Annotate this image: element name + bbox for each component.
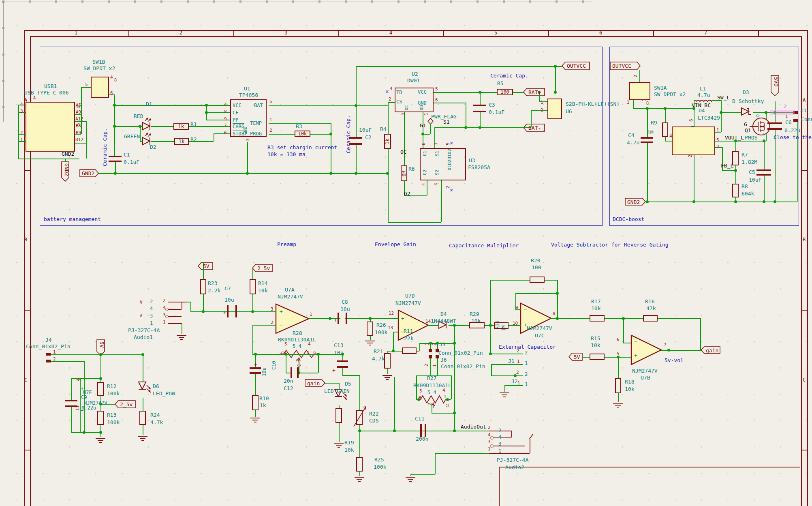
wire[interactable] (715, 141, 766, 142)
label-text[interactable]: R20 (531, 258, 540, 263)
ldr-R22[interactable] (356, 410, 363, 425)
label-text[interactable]: 1 (488, 447, 491, 451)
label-text[interactable]: R14 (258, 281, 267, 286)
label-text[interactable]: 10uF (359, 127, 372, 133)
wire[interactable] (633, 100, 634, 108)
wire[interactable] (359, 472, 360, 476)
resistor-R21[interactable] (384, 353, 391, 369)
label-text[interactable]: R23 (208, 281, 217, 286)
resistor-R17[interactable] (590, 315, 605, 322)
wire[interactable] (618, 393, 619, 402)
label-text[interactable]: 3 (20, 109, 23, 114)
wire[interactable] (437, 358, 438, 375)
label-text[interactable]: G1 (420, 123, 426, 128)
wire[interactable] (393, 332, 394, 351)
wire[interactable] (694, 155, 694, 202)
label-text[interactable]: 3 (163, 313, 166, 317)
wire[interactable] (49, 354, 143, 355)
label-text[interactable]: B9 (76, 131, 81, 135)
wire[interactable] (722, 170, 735, 171)
label-text[interactable]: 3 (401, 113, 406, 116)
label-text[interactable]: C3 (489, 102, 495, 107)
label-text[interactable]: 4 (488, 433, 491, 437)
wire[interactable] (71, 432, 100, 433)
label-text[interactable]: 4 (150, 306, 153, 311)
wire[interactable] (86, 121, 87, 159)
wire[interactable] (441, 180, 442, 222)
label-text[interactable]: R3 (296, 124, 302, 129)
label-text[interactable]: 6 (224, 131, 227, 135)
label-text[interactable]: 10u (224, 297, 234, 302)
label-text[interactable]: 2 (525, 372, 528, 377)
label-text[interactable]: 0.1uF (489, 109, 504, 115)
wire[interactable] (140, 141, 143, 142)
label-text[interactable]: 5 4 (427, 390, 436, 395)
label-text[interactable]: R18 (625, 379, 634, 384)
wire[interactable] (515, 293, 557, 294)
wire[interactable] (735, 141, 736, 151)
label-text[interactable]: 2 (424, 364, 429, 367)
resistor-R11[interactable] (402, 347, 417, 354)
resistor-R29[interactable] (469, 322, 485, 328)
wire[interactable] (410, 474, 435, 475)
wire[interactable] (143, 425, 143, 435)
label-text[interactable]: C11 (415, 416, 424, 421)
label-text[interactable]: 100k (375, 330, 387, 335)
resistor-R7[interactable] (732, 151, 739, 165)
label-text[interactable]: R16 (645, 299, 654, 304)
label-text[interactable]: D6 (153, 384, 159, 389)
label-text[interactable]: 4 (308, 342, 311, 346)
wire[interactable] (665, 137, 666, 141)
wire[interactable] (764, 141, 765, 169)
label-text[interactable]: U2 (412, 71, 418, 77)
wire[interactable] (359, 431, 494, 431)
label-text[interactable]: 0.22u (784, 128, 800, 133)
label-text[interactable]: + (401, 316, 404, 321)
label-text[interactable]: + (81, 386, 83, 391)
label-text[interactable]: 4 (20, 102, 23, 107)
label-text[interactable]: 100 (532, 265, 541, 270)
capacitor-C7[interactable] (227, 305, 237, 317)
label-text[interactable]: 5 (85, 82, 88, 87)
label-text[interactable]: C5 (749, 169, 755, 175)
label-text[interactable]: U7D (405, 293, 415, 298)
resistor-R10[interactable] (252, 395, 259, 410)
label-text[interactable]: R7 (741, 152, 748, 157)
label-text[interactable]: 5 (435, 87, 438, 91)
label-text[interactable]: U7A (285, 287, 294, 292)
label-text[interactable]: G (744, 122, 747, 127)
label-text[interactable]: 10k (625, 386, 634, 392)
label-text[interactable]: 12 (389, 311, 394, 315)
label-text[interactable]: NJM2747V (395, 300, 421, 306)
wire[interactable] (151, 126, 173, 127)
label-text[interactable]: 1 (425, 343, 430, 345)
resistor-R3[interactable]: 10k (295, 131, 310, 137)
wire[interactable] (434, 127, 531, 128)
wire[interactable] (491, 375, 515, 376)
wire[interactable] (434, 103, 466, 103)
capacitor-C2[interactable] (349, 137, 362, 145)
resistor-R15[interactable] (590, 354, 605, 360)
label-text[interactable]: 1N4448WT (431, 318, 456, 324)
label-text[interactable]: Preamp (277, 242, 296, 247)
label-text[interactable]: G2 (404, 191, 410, 196)
label-text[interactable]: 2 (271, 320, 274, 325)
section-label-dcdc[interactable]: DCDC-boost (613, 217, 644, 222)
resistor-R4[interactable]: 1k (384, 134, 391, 149)
gnd-symbol[interactable] (138, 436, 147, 441)
wire[interactable] (388, 222, 441, 223)
wire[interactable] (255, 374, 256, 395)
label-text[interactable]: C7 (224, 286, 231, 291)
label-text[interactable]: 1 (269, 118, 272, 122)
gnd-symbol[interactable] (250, 418, 260, 422)
ic-U2[interactable] (395, 88, 434, 112)
label-text[interactable]: V (140, 300, 143, 304)
label-text[interactable]: USB-TYPE-C-006 (24, 90, 69, 95)
gnd-symbol[interactable] (613, 403, 623, 408)
label-text[interactable]: 100k (107, 420, 120, 425)
label-text[interactable]: 2 (541, 108, 543, 112)
label-text[interactable]: PMOS (745, 135, 757, 140)
wire[interactable] (65, 159, 66, 162)
gnd-symbol[interactable] (382, 375, 392, 380)
label-text[interactable]: R1 (190, 122, 197, 127)
